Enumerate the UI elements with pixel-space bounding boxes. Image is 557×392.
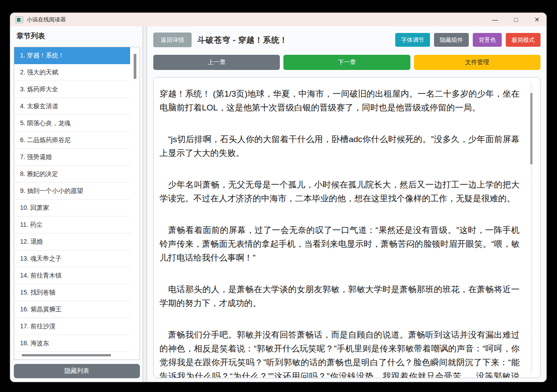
chapter-item-3[interactable]: 3. 炼药师大全 xyxy=(14,81,130,98)
titlebar: 小说在线阅读器 — □ ✕ xyxy=(10,13,546,26)
chapter-item-18[interactable]: 18. 海波东 xyxy=(14,335,130,352)
desktop-background: 小说在线阅读器 — □ ✕ 章节列表 1. 穿越！系统！ 2. 强大的天赋 3.… xyxy=(0,0,557,392)
chapter-sidebar: 章节列表 1. 穿越！系统！ 2. 强大的天赋 3. 炼药师大全 4. 太极玄清… xyxy=(10,26,143,382)
minimal-mode-button[interactable]: 极简模式 xyxy=(506,33,541,47)
app-icon-glyph xyxy=(17,18,20,22)
chapter-item-1[interactable]: 1. 穿越！系统！ xyxy=(14,47,130,64)
chapter-list-vertical-scrollbar[interactable] xyxy=(134,54,136,79)
toolbar: 字体调节 隐藏组件 背景色 极简模式 xyxy=(395,33,541,47)
paragraph-5: 电话那头的人，是萧畅在大学谈的女朋友郭敏，郭敏大学时是萧畅那班的班花，在萧畅将近… xyxy=(160,282,520,310)
reader-content: 穿越！系统！ (第1/3页)地球，华夏，中海市，一间破旧的出租屋内。一名二十多岁… xyxy=(153,77,541,378)
window-title: 小说在线阅读器 xyxy=(27,16,66,24)
page-title: 斗破苍穹 - 穿越！系统！ xyxy=(197,35,288,45)
chapter-item-17[interactable]: 17. 前往沙漠 xyxy=(14,318,130,335)
app-window: 小说在线阅读器 — □ ✕ 章节列表 1. 穿越！系统！ 2. 强大的天赋 3.… xyxy=(10,12,547,382)
maximize-button[interactable]: □ xyxy=(513,16,519,23)
app-icon-glyph-2 xyxy=(21,18,22,22)
prev-chapter-button[interactable]: 上一章 xyxy=(153,55,280,70)
close-button[interactable]: ✕ xyxy=(534,16,540,23)
next-chapter-button[interactable]: 下一章 xyxy=(283,55,410,70)
chapter-list: 1. 穿越！系统！ 2. 强大的天赋 3. 炼药师大全 4. 太极玄清道 5. … xyxy=(14,47,140,360)
chapter-item-11[interactable]: 11. 药尘 xyxy=(14,216,130,233)
paragraph-1: 穿越！系统！ (第1/3页)地球，华夏，中海市，一间破旧的出租屋内。一名二十多岁… xyxy=(160,87,520,114)
window-body: 章节列表 1. 穿越！系统！ 2. 强大的天赋 3. 炼药师大全 4. 太极玄清… xyxy=(10,26,546,382)
chapter-nav: 上一章 下一章 文件管理 xyxy=(153,55,541,70)
window-controls: — □ ✕ xyxy=(492,16,540,23)
paragraph-6: 萧畅我们分手吧。郭敏并没有回答萧畅话，而是自顾自的说道。萧畅听到这话并没有漏出难… xyxy=(160,328,520,378)
reader-vertical-scrollbar[interactable] xyxy=(530,83,532,372)
minimize-button[interactable]: — xyxy=(492,16,498,23)
chapter-item-9[interactable]: 9. 抽到一个小小的愿望 xyxy=(14,183,130,200)
chapter-item-12[interactable]: 12. 退婚 xyxy=(14,233,130,250)
file-manager-button[interactable]: 文件管理 xyxy=(414,55,541,70)
chapter-item-13[interactable]: 13. 魂天帝之子 xyxy=(14,250,130,267)
hide-components-button[interactable]: 隐藏组件 xyxy=(434,33,469,47)
chapter-item-15[interactable]: 15. 找到卷轴 xyxy=(14,284,130,301)
sidebar-heading: 章节列表 xyxy=(16,32,140,41)
app-icon xyxy=(16,16,23,23)
chapter-item-16[interactable]: 16. 紫晶翼狮王 xyxy=(14,301,130,318)
chapter-item-14[interactable]: 14. 前往青木镇 xyxy=(14,267,130,284)
back-to-details-button[interactable]: 返回详情 xyxy=(153,33,192,47)
chapter-item-10[interactable]: 10. 回萧家 xyxy=(14,200,130,216)
chapter-item-8[interactable]: 8. 雅妃的决定 xyxy=(14,166,130,183)
chapter-item-2[interactable]: 2. 强大的天赋 xyxy=(14,64,130,81)
panel-divider xyxy=(143,26,147,382)
reader-scrollbar-thumb[interactable] xyxy=(530,93,532,164)
chapter-item-4[interactable]: 4. 太极玄清道 xyxy=(14,98,130,115)
chapter-list-horizontal-scrollbar[interactable] xyxy=(22,354,111,356)
chapter-item-5[interactable]: 5. 陨落心炎，龙魂 xyxy=(14,115,130,132)
paragraph-2: “js切后排啊，石头人你的大留着干什么用，卧槽adc你什么时候死的。”没多久，少… xyxy=(160,132,520,160)
chapter-item-6[interactable]: 6. 二品炼药师谷尼 xyxy=(14,132,130,149)
hide-list-button[interactable]: 隐藏列表 xyxy=(14,364,140,378)
font-adjust-button[interactable]: 字体调节 xyxy=(395,33,430,47)
reader-header: 返回详情 斗破苍穹 - 穿越！系统！ 字体调节 隐藏组件 背景色 极简模式 xyxy=(153,33,541,47)
reader-panel: 返回详情 斗破苍穹 - 穿越！系统！ 字体调节 隐藏组件 背景色 极简模式 上一… xyxy=(147,26,546,382)
paragraph-3: 少年名叫萧畅，无父无母是一个孤儿，小时候在孤儿院长大，然后又一边打工一边上学的把… xyxy=(160,178,520,205)
background-color-button[interactable]: 背景色 xyxy=(473,33,502,47)
chapter-item-7[interactable]: 7. 强势逼婚 xyxy=(14,149,130,166)
paragraph-4: 萧畅看着面前的屏幕，过了一会无奈的叹了一口气道：“果然还是没有晋级。”这时，一阵… xyxy=(160,223,520,265)
